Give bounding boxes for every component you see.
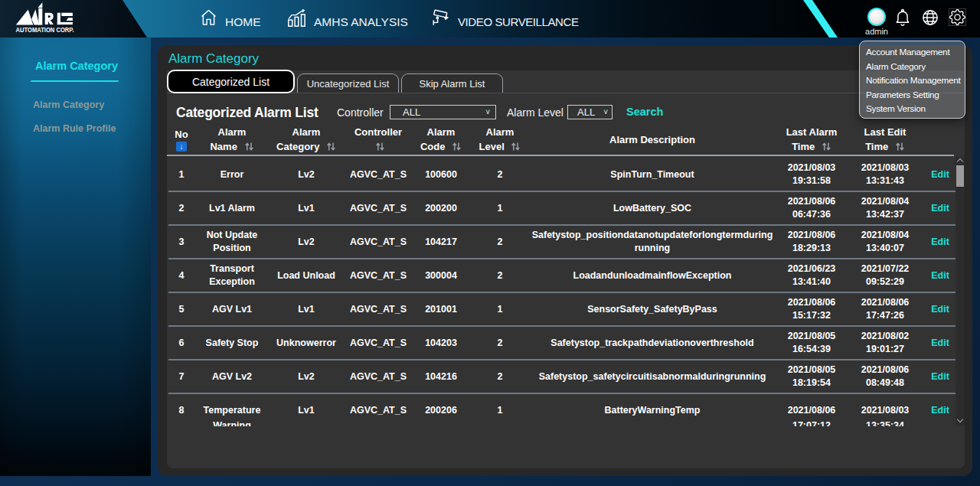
svg-text:AUTOMATION CORP.: AUTOMATION CORP. [16,26,74,34]
